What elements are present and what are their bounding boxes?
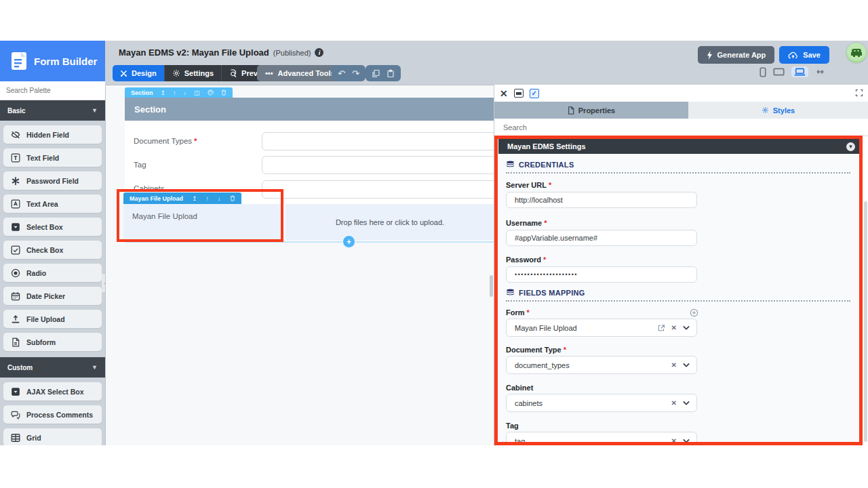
- palette-item-process-comments[interactable]: Process Comments: [3, 405, 102, 424]
- custom-items: AJAX Select Box Process Comments Grid: [0, 378, 105, 445]
- chevron-down-icon[interactable]: [683, 363, 690, 367]
- tab-properties[interactable]: Properties: [494, 102, 688, 119]
- cabinets-input[interactable]: [262, 180, 494, 199]
- user-avatar[interactable]: [846, 43, 867, 63]
- add-form-icon[interactable]: [690, 308, 698, 317]
- undo-icon[interactable]: ↶: [338, 68, 345, 79]
- tag-input[interactable]: [262, 156, 494, 174]
- section-header[interactable]: Section: [125, 98, 494, 121]
- save-button[interactable]: Save: [779, 46, 829, 64]
- responsive-width-icon[interactable]: [815, 68, 825, 75]
- button-label: Save: [803, 51, 821, 59]
- password-input[interactable]: [506, 266, 697, 283]
- insert-line: [125, 241, 494, 243]
- move-top-icon[interactable]: ↥: [192, 195, 197, 202]
- tab-settings[interactable]: Settings: [164, 65, 221, 81]
- canvas-scrollbar[interactable]: [490, 275, 493, 297]
- chevron-down-icon[interactable]: [683, 325, 690, 330]
- mayan-upload-element[interactable]: Mayan File Upload Drop files here or cli…: [123, 204, 494, 241]
- document-type-select[interactable]: document_types ✕: [506, 356, 697, 374]
- panel-scrollbar[interactable]: [864, 201, 867, 442]
- tab-styles[interactable]: Styles: [688, 102, 868, 119]
- palette-item-ajax-select-box[interactable]: AJAX Select Box: [3, 382, 102, 401]
- move-down-icon[interactable]: ↓: [184, 89, 187, 96]
- palette-item-file-upload[interactable]: File Upload: [3, 310, 102, 328]
- palette-category-custom[interactable]: Custom ▼: [0, 357, 105, 378]
- palette-item-select-box[interactable]: Select Box: [3, 218, 102, 236]
- properties-search-input[interactable]: [494, 119, 868, 136]
- selected-value: tag: [515, 437, 671, 443]
- asterisk-icon: [11, 176, 20, 186]
- settings-group-title: Mayan EDMS Settings: [507, 142, 586, 150]
- tab-label: Settings: [184, 69, 214, 77]
- document-icon: [568, 106, 574, 115]
- styles-gear-icon: [762, 106, 769, 114]
- properties-panel: ✕ ✓ Properties Styles Mayan EDMS Setting…: [494, 85, 868, 445]
- chevron-down-icon[interactable]: [683, 439, 690, 442]
- form-label: Form*: [506, 308, 530, 317]
- form-canvas: Section ↥ ↑ ↓ ◫ Section Document Types* …: [105, 85, 494, 445]
- username-input[interactable]: [506, 230, 697, 246]
- palette-item-grid[interactable]: Grid: [3, 428, 102, 445]
- palette-category-basic[interactable]: Basic ▼: [0, 100, 105, 121]
- palette-item-date-picker[interactable]: Date Picker: [3, 287, 102, 305]
- palette-item-text-area[interactable]: Text Area: [3, 195, 102, 213]
- section-element-toolbar: Section ↥ ↑ ↓ ◫: [125, 87, 233, 98]
- tablet-icon[interactable]: [773, 68, 785, 76]
- trash-icon[interactable]: [230, 195, 235, 201]
- external-link-icon[interactable]: [657, 324, 665, 332]
- palette-icon[interactable]: [208, 89, 214, 96]
- json-editor-icon[interactable]: [514, 89, 524, 98]
- laptop-icon[interactable]: [791, 66, 808, 77]
- palette-item-radio[interactable]: Radio: [3, 264, 102, 282]
- info-icon[interactable]: i: [315, 48, 323, 57]
- form-select[interactable]: Mayan File Upload ✕: [506, 319, 697, 337]
- move-up-icon[interactable]: ↑: [206, 195, 210, 202]
- phone-icon[interactable]: [760, 67, 766, 77]
- redo-icon[interactable]: ↷: [352, 68, 359, 79]
- document-types-input[interactable]: [262, 132, 494, 150]
- divider: [506, 172, 850, 174]
- palette-search-input[interactable]: [0, 81, 105, 100]
- palette-item-check-box[interactable]: Check Box: [3, 241, 102, 259]
- collapse-chevron-icon[interactable]: ▼: [846, 142, 855, 151]
- advanced-tools-button[interactable]: ••• Advanced Tools: [257, 65, 343, 81]
- basic-items: Hidden Field Text Field Password Field T…: [0, 121, 105, 357]
- close-icon[interactable]: ✕: [500, 88, 508, 99]
- trash-icon[interactable]: [221, 89, 226, 96]
- generate-app-button[interactable]: Generate App: [698, 46, 775, 64]
- copy-icon[interactable]: [372, 69, 380, 78]
- cabinet-select[interactable]: cabinets ✕: [506, 394, 697, 412]
- category-label: Basic: [7, 107, 26, 115]
- clear-icon[interactable]: ✕: [671, 437, 677, 442]
- clear-icon[interactable]: ✕: [671, 324, 677, 331]
- server-url-input[interactable]: [506, 192, 697, 208]
- palette-item-hidden-field[interactable]: Hidden Field: [3, 125, 102, 144]
- element-tag-label: Section: [131, 89, 153, 96]
- checked-checkbox-icon[interactable]: ✓: [530, 89, 539, 98]
- settings-group-header[interactable]: Mayan EDMS Settings ▼: [498, 139, 860, 154]
- palette-item-password-field[interactable]: Password Field: [3, 171, 102, 190]
- add-element-button[interactable]: +: [343, 236, 355, 247]
- palette-item-subform[interactable]: Subform: [3, 333, 102, 351]
- move-up-icon[interactable]: ↑: [173, 89, 176, 96]
- file-dropzone[interactable]: Drop files here or click to upload.: [285, 204, 494, 241]
- chevron-down-icon[interactable]: [683, 401, 690, 405]
- layers-icon: [506, 289, 515, 297]
- move-top-icon[interactable]: ↥: [161, 89, 166, 96]
- form-builder-logo-icon: [11, 52, 27, 70]
- palette-item-text-field[interactable]: Text Field: [3, 148, 102, 167]
- clear-icon[interactable]: ✕: [671, 399, 677, 407]
- chat-bubbles-icon: [11, 410, 20, 420]
- tag-select[interactable]: tag ✕: [506, 432, 697, 442]
- tab-label: Design: [132, 69, 157, 77]
- move-down-icon[interactable]: ↓: [218, 195, 221, 202]
- fullscreen-icon[interactable]: [855, 89, 863, 97]
- palette-item-label: Process Comments: [26, 411, 93, 419]
- columns-icon[interactable]: ◫: [194, 89, 200, 96]
- clear-icon[interactable]: ✕: [671, 361, 677, 369]
- paste-icon[interactable]: [387, 69, 395, 78]
- tab-design[interactable]: Design: [113, 65, 164, 81]
- mode-tabs: Design Settings Preview: [113, 65, 277, 81]
- palette-item-label: Password Field: [26, 177, 79, 185]
